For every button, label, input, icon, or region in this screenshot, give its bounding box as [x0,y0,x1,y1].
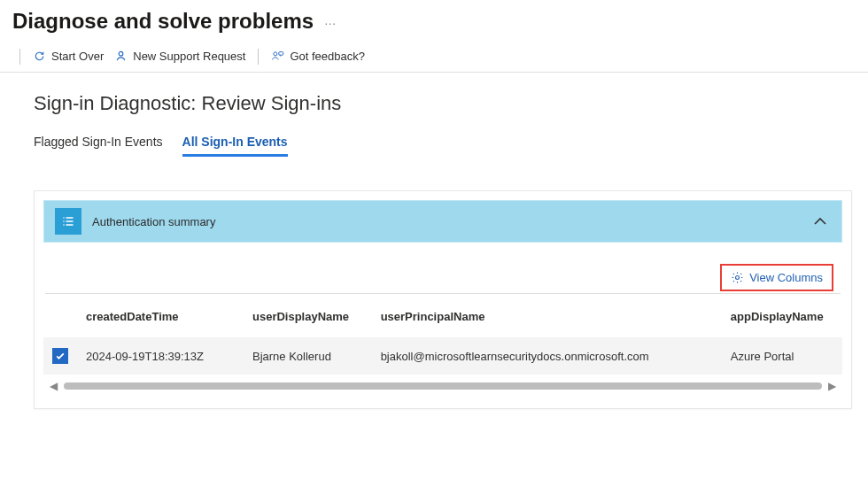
refresh-icon [33,50,46,63]
cell-app: Azure Portal [722,337,842,375]
toolbar: Start Over New Support Request Got feedb… [0,41,868,73]
signins-card: Authentication summary View Columns crea… [34,190,852,409]
new-support-label: New Support Request [133,50,245,63]
cell-upn: bjakoll@microsoftlearnsecuritydocs.onmic… [372,337,722,375]
col-header-check [43,297,77,337]
svg-rect-2 [279,52,283,56]
start-over-button[interactable]: Start Over [27,46,109,66]
cell-created: 2024-09-19T18:39:13Z [77,337,244,375]
chevron-up-icon[interactable] [811,212,829,230]
horizontal-scrollbar[interactable]: ◀ ▶ [43,380,842,392]
feedback-button[interactable]: Got feedback? [266,46,370,66]
section-title: Sign-in Diagnostic: Review Sign-ins [34,92,843,115]
page-title: Diagnose and solve problems [12,9,314,34]
toolbar-divider [258,49,259,65]
main-section: Sign-in Diagnostic: Review Sign-ins Flag… [0,73,868,166]
list-icon [55,208,81,235]
svg-point-0 [119,51,123,56]
tab-all[interactable]: All Sign-In Events [182,135,288,157]
feedback-icon [271,50,284,63]
authentication-summary-bar[interactable]: Authentication summary [43,200,842,243]
col-header-userdisplay[interactable]: userDisplayName [244,297,372,337]
start-over-label: Start Over [51,50,104,63]
toolbar-divider [19,49,20,65]
signins-table-wrap: createdDateTime userDisplayName userPrin… [43,297,842,375]
page-header: Diagnose and solve problems … [0,0,868,41]
view-columns-button[interactable]: View Columns [720,264,833,291]
tab-flagged[interactable]: Flagged Sign-In Events [34,135,163,157]
svg-point-9 [736,276,740,280]
col-header-app[interactable]: appDisplayName [722,297,842,337]
summary-label: Authentication summary [92,215,215,228]
support-icon [114,50,128,63]
view-columns-label: View Columns [749,271,823,284]
new-support-button[interactable]: New Support Request [109,46,251,66]
scrollbar-track[interactable] [64,382,822,390]
table-header-row: createdDateTime userDisplayName userPrin… [43,297,842,337]
table-actions: View Columns [45,255,841,294]
feedback-label: Got feedback? [290,50,365,63]
col-header-created[interactable]: createdDateTime [77,297,244,337]
scroll-left-icon[interactable]: ◀ [47,380,60,392]
cell-userdisplay: Bjarne Kollerud [244,337,372,375]
tabs: Flagged Sign-In Events All Sign-In Event… [34,135,843,157]
col-header-upn[interactable]: userPrincipalName [372,297,722,337]
gear-icon [731,271,744,284]
row-checkbox[interactable] [52,348,68,364]
table-row[interactable]: 2024-09-19T18:39:13Z Bjarne Kollerud bja… [43,337,842,375]
more-icon[interactable]: … [324,13,337,27]
scroll-right-icon[interactable]: ▶ [825,380,839,392]
signins-table: createdDateTime userDisplayName userPrin… [43,297,842,375]
svg-point-1 [274,52,277,56]
